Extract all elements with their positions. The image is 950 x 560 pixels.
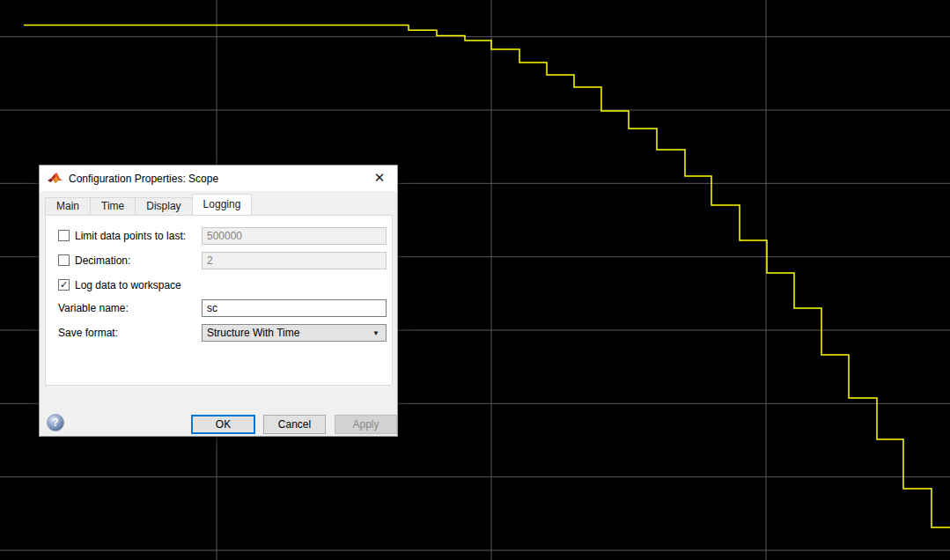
limit-data-points-checkbox[interactable] — [58, 230, 70, 241]
log-data-row: ✓ Log data to workspace — [46, 276, 392, 294]
decimation-checkbox[interactable] — [58, 254, 70, 266]
limit-data-points-input[interactable] — [202, 227, 387, 245]
save-format-row: Save format: Structure With Time ▼ — [46, 324, 392, 342]
apply-button[interactable]: Apply — [335, 415, 397, 434]
scope-window: { "window": { "title": "Configuration Pr… — [0, 0, 950, 560]
logging-tab-panel: Limit data points to last: Decimation: ✓… — [45, 215, 393, 386]
save-format-dropdown[interactable]: Structure With Time ▼ — [202, 324, 387, 342]
tab-display[interactable]: Display — [135, 197, 192, 215]
tab-time[interactable]: Time — [90, 197, 136, 215]
tab-main[interactable]: Main — [45, 197, 91, 215]
chevron-down-icon: ▼ — [372, 329, 379, 337]
save-format-label: Save format: — [58, 327, 118, 339]
tab-strip: Main Time Display Logging — [45, 194, 394, 215]
configuration-properties-dialog: Configuration Properties: Scope ✕ Main T… — [39, 165, 398, 437]
help-button[interactable]: ? — [47, 414, 64, 431]
matlab-logo-icon — [48, 173, 63, 185]
log-data-checkbox[interactable]: ✓ — [58, 279, 70, 291]
ok-button[interactable]: OK — [191, 415, 255, 434]
dialog-titlebar[interactable]: Configuration Properties: Scope ✕ — [40, 166, 397, 191]
decimation-label: Decimation: — [75, 254, 130, 267]
limit-data-points-label: Limit data points to last: — [75, 230, 186, 242]
dialog-title: Configuration Properties: Scope — [69, 173, 218, 185]
dialog-button-row: ? OK Cancel Apply — [40, 386, 399, 437]
close-icon[interactable]: ✕ — [371, 169, 388, 187]
variable-name-row: Variable name: — [46, 299, 392, 317]
save-format-value: Structure With Time — [207, 327, 372, 339]
variable-name-label: Variable name: — [58, 302, 129, 314]
log-data-label: Log data to workspace — [75, 279, 181, 291]
decimation-input[interactable] — [202, 252, 387, 269]
decimation-row: Decimation: — [46, 252, 392, 269]
variable-name-input[interactable] — [202, 299, 387, 317]
limit-data-points-row: Limit data points to last: — [46, 227, 392, 245]
cancel-button[interactable]: Cancel — [263, 415, 326, 434]
tab-logging[interactable]: Logging — [192, 194, 253, 215]
